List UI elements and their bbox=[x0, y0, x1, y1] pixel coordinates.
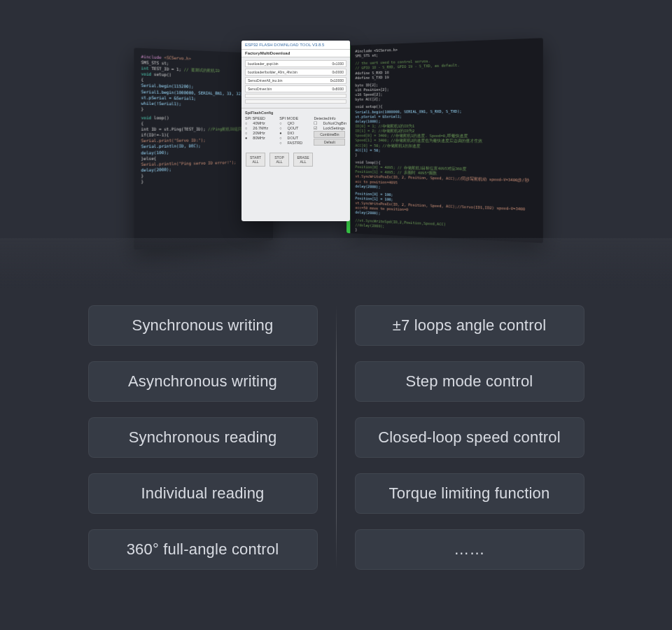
file-row-empty bbox=[245, 99, 346, 104]
feature-label: Asynchronous writing bbox=[128, 372, 277, 391]
code-token: int ID = st.Ping(TEST_ID); bbox=[141, 127, 206, 132]
feature-label: Synchronous writing bbox=[132, 316, 274, 335]
feature-label: Individual reading bbox=[141, 484, 264, 503]
spi-flash-config: SpiFlashConfig SPI SPEED ○ 40MHz ○ 26.7M… bbox=[241, 108, 350, 148]
stop-all-button: STOP ALL bbox=[270, 153, 289, 167]
radio-option: ● 80MHz bbox=[245, 136, 275, 140]
feature-label: 360° full-angle control bbox=[127, 540, 279, 559]
code-token: #include bbox=[141, 54, 162, 59]
file-addr: 0x8000 bbox=[332, 87, 344, 91]
checkbox-option: ☐ DoNotChgBin bbox=[314, 121, 346, 125]
radio-option: ● DIO bbox=[279, 131, 309, 135]
option-label: FASTRD bbox=[288, 141, 303, 145]
feature-label: Closed-loop speed control bbox=[378, 428, 561, 447]
code-token: void bbox=[141, 115, 152, 120]
feature-label: Torque limiting function bbox=[389, 484, 550, 503]
file-row: ServoDriverAll_ino.bin0x10000 bbox=[245, 77, 346, 84]
code-editor-right: #include <SCServo.h> SMS_STS st; // the … bbox=[346, 38, 543, 243]
code-token: int bbox=[141, 66, 149, 71]
action-buttons: START ALL STOP ALL ERASE ALL bbox=[241, 148, 350, 171]
code-comment: //Ping舵机ID返回 bbox=[208, 127, 242, 132]
feature-pill: 360° full-angle control bbox=[88, 529, 318, 570]
radio-option: ○ FASTRD bbox=[279, 141, 309, 145]
option-label: QOUT bbox=[288, 126, 299, 130]
feature-pill: Synchronous reading bbox=[88, 417, 318, 458]
file-row: bootloader_qspi.bin0x1000 bbox=[245, 60, 346, 67]
feature-label: ±7 loops angle control bbox=[393, 316, 547, 335]
radio-option: ○ 40MHz bbox=[245, 121, 275, 125]
radio-option: ○ DOUT bbox=[279, 136, 309, 140]
code-token: void bbox=[141, 71, 152, 77]
feature-pill: …… bbox=[355, 529, 584, 570]
option-label: DoNotChgBin bbox=[323, 121, 346, 125]
code-token: setup() bbox=[151, 71, 172, 77]
option-label: QIO bbox=[288, 121, 295, 125]
option-label: 20MHz bbox=[253, 131, 265, 135]
feature-pill: ±7 loops angle control bbox=[355, 305, 584, 346]
code-token: <SCServo.h> bbox=[164, 55, 191, 61]
file-addr: 0x10000 bbox=[330, 78, 344, 83]
file-addr: 0x1000 bbox=[332, 62, 344, 66]
file-row: bootloader/builder_40m_4fw.bin0x0000 bbox=[245, 69, 346, 76]
file-name: ServoDriver.bin bbox=[248, 87, 272, 91]
option-label: LockSettings bbox=[323, 126, 345, 130]
radio-option: ○ 20MHz bbox=[245, 131, 275, 135]
active-tab: FactoryMultiDownload bbox=[241, 50, 350, 57]
erase-all-button: ERASE ALL bbox=[293, 153, 313, 167]
radio-option: ○ 26.7MHz bbox=[245, 126, 275, 130]
mini-button: CombineBin bbox=[314, 131, 345, 138]
feature-label: Step mode control bbox=[406, 372, 533, 391]
column-header: DetectedInfo bbox=[314, 116, 346, 120]
file-row: ServoDriver.bin0x8000 bbox=[245, 85, 346, 92]
feature-pill: Asynchronous writing bbox=[88, 361, 318, 402]
column-header: SPI SPEED bbox=[245, 116, 275, 120]
option-label: DIO bbox=[288, 131, 295, 135]
screenshots-carousel: #include <SCServo.h> SMS_STS st; int TES… bbox=[0, 42, 672, 252]
feature-label: …… bbox=[454, 540, 484, 559]
code-token: TEST_ID = 1; bbox=[149, 66, 182, 72]
file-list: bootloader_qspi.bin0x1000 bootloader/bui… bbox=[241, 57, 350, 108]
features-column-right: ±7 loops angle control Step mode control… bbox=[337, 305, 603, 570]
section-title: SpiFlashConfig bbox=[245, 111, 346, 115]
file-addr: 0x0000 bbox=[332, 70, 344, 74]
mini-button: Default bbox=[314, 139, 345, 146]
file-name: bootloader/builder_40m_4fw.bin bbox=[248, 70, 298, 74]
flash-tool-window: ESP32 FLASH DOWNLOAD TOOL V3.8.5 Factory… bbox=[241, 41, 350, 221]
feature-pill: Torque limiting function bbox=[355, 473, 584, 514]
checkbox-option: ☑ LockSettings bbox=[314, 126, 346, 130]
code-comment: // 要测试的舵机ID bbox=[184, 67, 220, 74]
feature-pill: Individual reading bbox=[88, 473, 318, 514]
feature-label: Synchronous reading bbox=[129, 428, 277, 447]
features-column-left: Synchronous writing Asynchronous writing… bbox=[70, 305, 336, 570]
option-label: DOUT bbox=[288, 136, 299, 140]
option-label: 26.7MHz bbox=[253, 126, 268, 130]
option-label: 40MHz bbox=[253, 121, 265, 125]
start-all-button: START ALL bbox=[246, 153, 265, 167]
file-name: ServoDriverAll_ino.bin bbox=[248, 78, 282, 83]
radio-option: ○ QIO bbox=[279, 121, 309, 125]
code-token: loop() bbox=[151, 115, 169, 120]
column-header: SPI MODE bbox=[279, 116, 309, 120]
option-label: 80MHz bbox=[253, 136, 265, 140]
feature-pill: Closed-loop speed control bbox=[355, 417, 584, 458]
radio-option: ○ QOUT bbox=[279, 126, 309, 130]
window-title: ESP32 FLASH DOWNLOAD TOOL V3.8.5 bbox=[241, 41, 350, 50]
file-name: bootloader_qspi.bin bbox=[248, 62, 279, 66]
feature-pill: Step mode control bbox=[355, 361, 584, 402]
feature-pill: Synchronous writing bbox=[88, 305, 318, 346]
features-grid: Synchronous writing Asynchronous writing… bbox=[35, 305, 637, 570]
file-row-empty bbox=[245, 94, 346, 98]
